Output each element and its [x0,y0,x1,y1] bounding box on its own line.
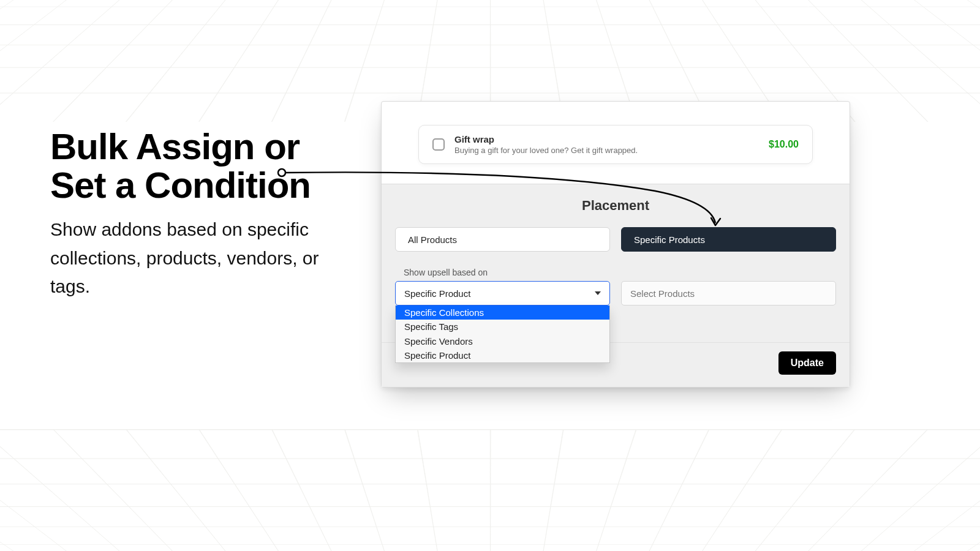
option-specific-tags[interactable]: Specific Tags [396,320,609,334]
chevron-down-icon [595,291,601,295]
option-specific-vendors[interactable]: Specific Vendors [396,334,609,348]
placement-heading: Placement [382,198,850,214]
subline: Show addons based on specific collection… [50,216,356,301]
addon-title: Gift wrap [454,134,769,144]
addon-card[interactable]: Gift wrap Buying a gift for your loved o… [418,125,813,164]
products-col [621,281,836,305]
option-specific-collections[interactable]: Specific Collections [396,305,609,320]
settings-window: Gift wrap Buying a gift for your loved o… [381,101,850,388]
addon-description: Buying a gift for your loved one? Get it… [454,146,769,155]
headline: Bulk Assign or Set a Condition [50,127,356,204]
upsell-basis-dropdown: Specific Collections Specific Tags Speci… [395,305,610,363]
addon-text: Gift wrap Buying a gift for your loved o… [454,134,769,155]
addon-price: $10.00 [769,139,799,150]
select-products-input[interactable] [621,281,836,305]
upsell-basis-label: Show upsell based on [404,268,836,277]
placement-tabs: All Products Specific Products [382,227,850,252]
tab-specific-products[interactable]: Specific Products [621,227,836,252]
upsell-basis-select[interactable]: Specific Product [395,281,610,305]
option-specific-product[interactable]: Specific Product [396,348,609,362]
marketing-copy: Bulk Assign or Set a Condition Show addo… [50,127,356,301]
placement-panel: Placement All Products Specific Products… [382,184,850,342]
tab-all-products[interactable]: All Products [395,227,610,252]
update-button[interactable]: Update [778,351,836,375]
upsell-basis-col: Specific Product Specific Collections Sp… [395,281,610,305]
checkbox-icon[interactable] [432,138,445,151]
select-value: Specific Product [404,288,470,299]
